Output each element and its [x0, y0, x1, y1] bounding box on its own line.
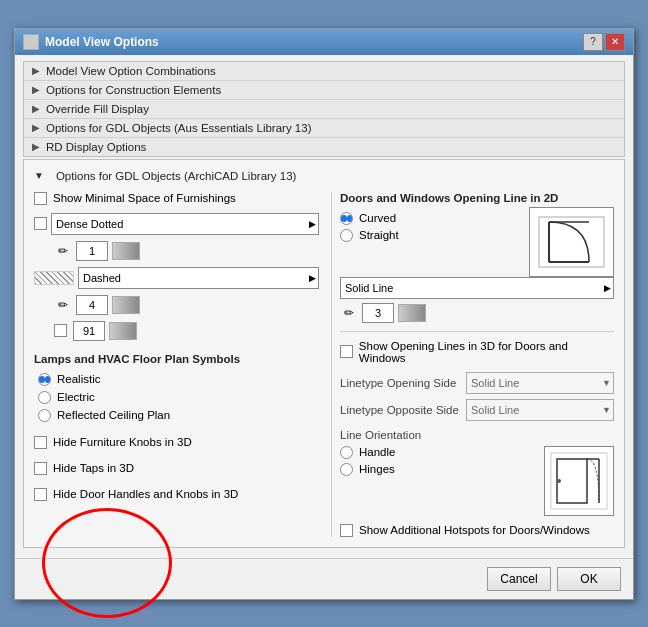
- show-minimal-space-row: Show Minimal Space of Furnishings: [34, 192, 319, 205]
- solid-line-arrow: ▶: [604, 283, 611, 293]
- door-preview: [544, 446, 614, 516]
- linetype-opening-arrow: ▼: [602, 378, 611, 388]
- pattern1-dropdown[interactable]: Dense Dotted ▶: [51, 213, 319, 235]
- radio-input-handle[interactable]: [340, 446, 353, 459]
- menu-item-label-2: Override Fill Display: [46, 103, 149, 115]
- pen-num-row: ✏: [340, 303, 614, 323]
- radio-label-straight: Straight: [359, 229, 399, 241]
- pen3-checkbox[interactable]: [54, 324, 67, 337]
- divider-1: [340, 331, 614, 332]
- radio-input-reflected[interactable]: [38, 409, 51, 422]
- radio-label-curved: Curved: [359, 212, 396, 224]
- checkboxes-bottom: Hide Furniture Knobs in 3D Hide Taps in …: [34, 436, 319, 509]
- menu-item-4[interactable]: ▶ RD Display Options: [24, 138, 624, 156]
- left-panel: Show Minimal Space of Furnishings Dense …: [34, 192, 319, 537]
- radio-reflected[interactable]: Reflected Ceiling Plan: [38, 409, 319, 422]
- line-orientation-title: Line Orientation: [340, 429, 614, 441]
- radio-input-electric[interactable]: [38, 391, 51, 404]
- linetype-opening-label: Linetype Opening Side: [340, 377, 460, 389]
- menu-item-2[interactable]: ▶ Override Fill Display: [24, 100, 624, 119]
- title-bar-left: Model View Options: [23, 34, 159, 50]
- lamps-title: Lamps and HVAC Floor Plan Symbols: [34, 353, 319, 365]
- radio-input-curved[interactable]: [340, 212, 353, 225]
- close-button[interactable]: ✕: [605, 33, 625, 51]
- hide-furniture-checkbox[interactable]: [34, 436, 47, 449]
- pattern2-dropdown[interactable]: Dashed ▶: [78, 267, 319, 289]
- arrow-icon-3: ▶: [32, 122, 40, 133]
- lamps-radio-group: Realistic Electric Reflected Ceiling Pla…: [34, 373, 319, 422]
- svg-rect-5: [557, 459, 587, 503]
- orientation-with-preview: Handle Hinges: [340, 446, 614, 516]
- show-hotspots-label: Show Additional Hotspots for Doors/Windo…: [359, 524, 590, 536]
- radio-handle[interactable]: Handle: [340, 446, 536, 459]
- scale-icon-3[interactable]: [109, 322, 137, 340]
- arrow-icon-0: ▶: [32, 65, 40, 76]
- show-minimal-space-checkbox[interactable]: [34, 192, 47, 205]
- show-minimal-space-label: Show Minimal Space of Furnishings: [53, 192, 236, 204]
- menu-item-label-1: Options for Construction Elements: [46, 84, 221, 96]
- menu-item-0[interactable]: ▶ Model View Option Combinations: [24, 62, 624, 81]
- cancel-button[interactable]: Cancel: [487, 567, 551, 591]
- pen-input-1[interactable]: [76, 241, 108, 261]
- hide-furniture-label: Hide Furniture Knobs in 3D: [53, 436, 192, 448]
- radio-label-hinges: Hinges: [359, 463, 395, 475]
- radio-straight[interactable]: Straight: [340, 229, 529, 242]
- linetype-opposite-arrow: ▼: [602, 405, 611, 415]
- radio-realistic[interactable]: Realistic: [38, 373, 319, 386]
- solid-line-dropdown[interactable]: Solid Line ▶: [340, 277, 614, 299]
- linetype-opposite-row: Linetype Opposite Side Solid Line ▼: [340, 399, 614, 421]
- help-button[interactable]: ?: [583, 33, 603, 51]
- title-bar: Model View Options ? ✕: [15, 29, 633, 55]
- solid-line-row: Solid Line ▶: [340, 277, 614, 299]
- pattern-row-2: Dashed ▶: [34, 267, 319, 289]
- menu-item-1[interactable]: ▶ Options for Construction Elements: [24, 81, 624, 100]
- lamps-section: Lamps and HVAC Floor Plan Symbols Realis…: [34, 353, 319, 422]
- arrow-icon-2: ▶: [32, 103, 40, 114]
- menu-item-label-0: Model View Option Combinations: [46, 65, 216, 77]
- door-preview-svg: [549, 451, 609, 511]
- linetype-opening-value: Solid Line: [471, 377, 519, 389]
- radio-electric[interactable]: Electric: [38, 391, 319, 404]
- opening-line-preview: [529, 207, 614, 277]
- pen-input-2[interactable]: [76, 295, 108, 315]
- hide-door-handles-checkbox[interactable]: [34, 488, 47, 501]
- model-view-options-dialog: Model View Options ? ✕ ▶ Model View Opti…: [14, 28, 634, 600]
- linetype-opposite-dropdown[interactable]: Solid Line ▼: [466, 399, 614, 421]
- line-orientation-section: Line Orientation Handle Hinges: [340, 429, 614, 516]
- right-panel-title: Doors and Windows Opening Line in 2D: [340, 192, 614, 204]
- radio-label-reflected: Reflected Ceiling Plan: [57, 409, 170, 421]
- linetype-opening-dropdown[interactable]: Solid Line ▼: [466, 372, 614, 394]
- scale-icon-1[interactable]: [112, 242, 140, 260]
- menu-item-3[interactable]: ▶ Options for GDL Objects (Aus Essential…: [24, 119, 624, 138]
- section-header: ▼ Options for GDL Objects (ArchiCAD Libr…: [34, 170, 614, 182]
- radio-label-handle: Handle: [359, 446, 395, 458]
- ok-button[interactable]: OK: [557, 567, 621, 591]
- pen-input-3[interactable]: [73, 321, 105, 341]
- menu-item-label-3: Options for GDL Objects (Aus Essentials …: [46, 122, 311, 134]
- pen-input-right[interactable]: [362, 303, 394, 323]
- linetype-opposite-label: Linetype Opposite Side: [340, 404, 460, 416]
- show-hotspots-row: Show Additional Hotspots for Doors/Windo…: [340, 524, 614, 537]
- pen-icon-right: ✏: [340, 304, 358, 322]
- scale-icon-2[interactable]: [112, 296, 140, 314]
- hide-furniture-row: Hide Furniture Knobs in 3D: [34, 436, 319, 449]
- dialog-icon: [23, 34, 39, 50]
- radio-hinges[interactable]: Hinges: [340, 463, 536, 476]
- show-opening-3d-checkbox[interactable]: [340, 345, 353, 358]
- radio-input-straight[interactable]: [340, 229, 353, 242]
- radio-input-hinges[interactable]: [340, 463, 353, 476]
- scale-icon-right[interactable]: [398, 304, 426, 322]
- radio-curved[interactable]: Curved: [340, 212, 529, 225]
- linetype-opening-row: Linetype Opening Side Solid Line ▼: [340, 372, 614, 394]
- dialog-footer: Cancel OK: [15, 558, 633, 599]
- show-hotspots-checkbox[interactable]: [340, 524, 353, 537]
- expanded-section: ▼ Options for GDL Objects (ArchiCAD Libr…: [23, 159, 625, 548]
- pen-row-3: [34, 321, 319, 341]
- radio-input-realistic[interactable]: [38, 373, 51, 386]
- hide-taps-checkbox[interactable]: [34, 462, 47, 475]
- pattern1-checkbox[interactable]: [34, 217, 47, 230]
- svg-point-8: [557, 479, 561, 483]
- arrow-icon-1: ▶: [32, 84, 40, 95]
- orientation-radios: Handle Hinges: [340, 446, 536, 476]
- hide-taps-label: Hide Taps in 3D: [53, 462, 134, 474]
